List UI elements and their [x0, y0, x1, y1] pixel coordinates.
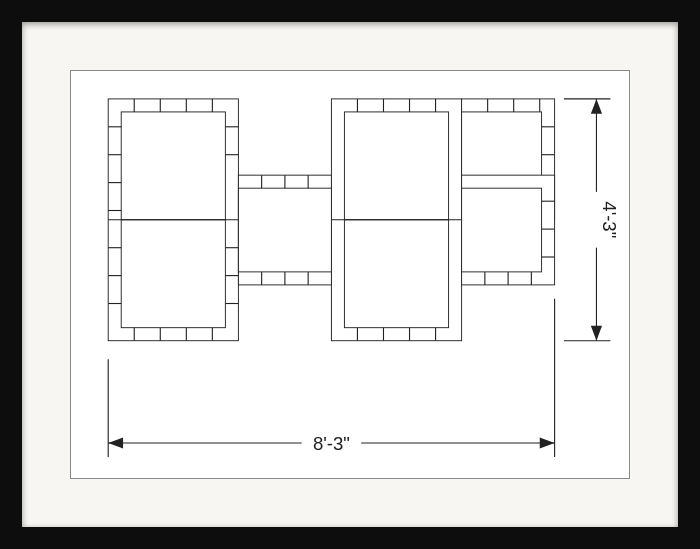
drawing-sheet: 8'-3" 4'-3" [70, 70, 630, 479]
svg-marker-63 [108, 437, 123, 448]
dimension-height-label: 4'-3" [599, 201, 620, 238]
svg-rect-13 [462, 188, 542, 272]
brick-layout [108, 99, 554, 341]
svg-marker-70 [591, 326, 602, 341]
frame-mat: 8'-3" 4'-3" [22, 22, 678, 527]
frame-outer: 8'-3" 4'-3" [0, 0, 700, 549]
dimension-width-label: 8'-3" [313, 433, 350, 454]
svg-marker-64 [540, 437, 555, 448]
svg-rect-11 [238, 188, 331, 272]
diagram-svg: 8'-3" 4'-3" [71, 71, 629, 490]
svg-marker-69 [591, 99, 602, 114]
dimension-height: 4'-3" [564, 99, 620, 341]
